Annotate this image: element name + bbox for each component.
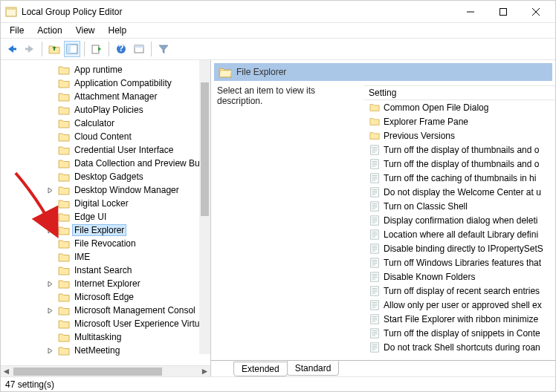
tree-vertical-scrollbar[interactable] (199, 60, 210, 354)
list-item-label: Common Open File Dialog (384, 102, 488, 113)
list-item[interactable]: Do not track Shell shortcuts during roan (364, 340, 555, 354)
list-item[interactable]: Turn off the display of snippets in Cont… (364, 326, 555, 340)
description-column: Select an item to view its description. (211, 85, 364, 359)
tab-standard[interactable]: Standard (287, 361, 340, 376)
tree-item[interactable]: Attachment Manager (1, 90, 210, 103)
show-hide-tree-button[interactable] (64, 41, 80, 57)
expand-icon[interactable] (47, 307, 57, 314)
folder-icon (58, 91, 70, 102)
expand-icon[interactable] (47, 187, 57, 194)
folder-icon (58, 198, 70, 209)
list-item-label: Previous Versions (384, 131, 455, 141)
tree-item-label: Attachment Manager (72, 91, 159, 102)
toolbar-divider (84, 42, 85, 56)
folder-icon (58, 158, 70, 169)
list-item-label: Display confirmation dialog when deleti (384, 215, 537, 226)
tree-item[interactable]: IME (1, 250, 210, 264)
tree-item[interactable]: File Revocation (1, 237, 210, 250)
expand-icon[interactable] (47, 227, 57, 234)
export-list-button[interactable] (88, 41, 105, 57)
tree-item[interactable]: AutoPlay Policies (1, 103, 210, 117)
tree-item[interactable]: File Explorer (1, 223, 210, 237)
tree-item[interactable]: Data Collection and Preview Bu (1, 157, 210, 170)
list-item[interactable]: Previous Versions (364, 128, 555, 143)
folder-icon (58, 65, 70, 75)
tree-item-label: Credential User Interface (72, 144, 175, 156)
tree-horizontal-scrollbar[interactable]: ◄► (1, 365, 210, 376)
minimize-button[interactable] (454, 1, 487, 22)
list-item-label: Turn off the display of snippets in Cont… (384, 328, 540, 339)
expand-icon[interactable] (47, 281, 57, 287)
menu-view[interactable]: View (70, 24, 101, 37)
tab-extended[interactable]: Extended (233, 362, 288, 376)
filter-button[interactable] (155, 41, 172, 57)
tree-item[interactable]: Credential User Interface (1, 143, 210, 157)
back-button[interactable] (4, 41, 20, 57)
expand-icon[interactable] (47, 347, 57, 354)
tree-item[interactable]: Microsoft Edge (1, 290, 210, 304)
tree-item[interactable]: Desktop Window Manager (1, 183, 210, 197)
forward-button[interactable] (22, 41, 38, 57)
menu-help[interactable]: Help (103, 24, 133, 37)
tree-item[interactable]: Application Compatibility (1, 76, 210, 90)
tree-item-label: Microsoft Edge (72, 291, 136, 303)
tree-item[interactable]: Multitasking (1, 330, 210, 344)
up-one-level-button[interactable] (46, 41, 62, 57)
folder-icon (369, 117, 381, 127)
list-item[interactable]: Allow only per user or approved shell ex (364, 298, 555, 312)
menu-action[interactable]: Action (31, 24, 68, 37)
policy-icon (369, 215, 381, 226)
column-header-setting[interactable]: Setting (364, 85, 555, 100)
list-item[interactable]: Explorer Frame Pane (364, 114, 555, 128)
tree-item[interactable]: App runtime (1, 63, 210, 76)
help-button[interactable]: ? (113, 41, 129, 57)
list-item[interactable]: Turn off Windows Libraries features that (364, 255, 555, 270)
tree-item[interactable]: Instant Search (1, 264, 210, 277)
list-item[interactable]: Do not display the Welcome Center at u (364, 185, 555, 199)
tree-item-label: Desktop Gadgets (72, 171, 146, 183)
tree-item[interactable]: Digital Locker (1, 197, 210, 210)
menu-file[interactable]: File (4, 24, 30, 37)
folder-open-icon (219, 66, 232, 78)
list-item[interactable]: Turn off the display of thumbnails and o (364, 143, 555, 157)
list-item[interactable]: Turn on Classic Shell (364, 199, 555, 213)
svg-rect-15 (92, 45, 99, 53)
app-icon (5, 6, 17, 18)
folder-icon (58, 332, 70, 342)
policy-icon (369, 286, 381, 296)
folder-icon (58, 185, 70, 195)
folder-icon (58, 225, 70, 235)
list-item[interactable]: Disable binding directly to IPropertySet… (364, 241, 555, 255)
tree-item-label: Microsoft Management Consol (72, 304, 198, 316)
list-item-label: Disable Known Folders (384, 272, 475, 282)
folder-icon (58, 105, 70, 115)
list-item[interactable]: Location where all default Library defin… (364, 227, 555, 241)
list-item[interactable]: Turn off display of recent search entrie… (364, 284, 555, 298)
list-item[interactable]: Disable Known Folders (364, 270, 555, 284)
maximize-button[interactable] (487, 1, 520, 22)
tree-item-label: Digital Locker (72, 197, 131, 209)
svg-rect-19 (135, 45, 143, 48)
tree-pane: App runtimeApplication CompatibilityAtta… (1, 60, 211, 376)
list-item[interactable]: Display confirmation dialog when deleti (364, 213, 555, 227)
tree-item-label: App runtime (72, 64, 125, 76)
toolbar-divider (42, 42, 42, 56)
list-item[interactable]: Turn off the caching of thumbnails in hi (364, 171, 555, 185)
tree-item[interactable]: Microsoft Management Consol (1, 304, 210, 317)
tree-item[interactable]: Cloud Content (1, 130, 210, 143)
menu-bar: File Action View Help (1, 23, 555, 38)
tree-item[interactable]: Internet Explorer (1, 277, 210, 290)
properties-button[interactable] (131, 41, 147, 57)
list-item[interactable]: Start File Explorer with ribbon minimize (364, 312, 555, 326)
close-button[interactable] (520, 1, 552, 22)
tree-item-label: Edge UI (72, 211, 109, 223)
tree-item[interactable]: Microsoft User Experience Virtu (1, 317, 210, 330)
svg-rect-8 (500, 8, 507, 15)
list-item[interactable]: Common Open File Dialog (364, 100, 555, 114)
tree-item[interactable]: Desktop Gadgets (1, 170, 210, 183)
tree-item-label: AutoPlay Policies (72, 104, 146, 116)
list-item[interactable]: Turn off the display of thumbnails and o (364, 157, 555, 171)
tree-item[interactable]: NetMeeting (1, 344, 210, 357)
tree-item[interactable]: Calculator (1, 117, 210, 130)
tree-item[interactable]: Edge UI (1, 210, 210, 223)
